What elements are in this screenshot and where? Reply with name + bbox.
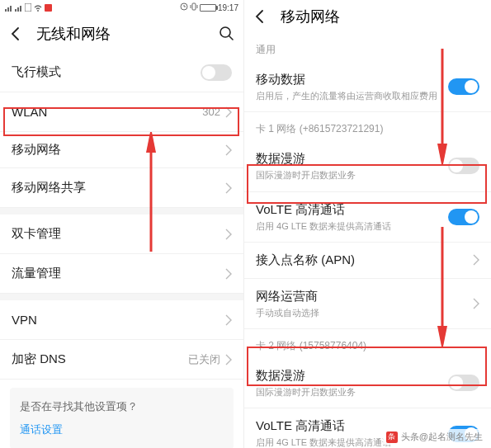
chevron-right-icon bbox=[473, 298, 479, 309]
page-title-right: 移动网络 bbox=[281, 7, 483, 26]
toggle-airplane[interactable] bbox=[201, 64, 232, 81]
signal-icon-1 bbox=[5, 4, 13, 12]
header-wireless: 无线和网络 bbox=[0, 15, 243, 53]
info-card: 是否在寻找其他设置项？ 通话设置 bbox=[10, 388, 234, 448]
toggle-roaming-1[interactable] bbox=[448, 158, 479, 174]
row-dns[interactable]: 加密 DNS 已关闭 bbox=[0, 340, 243, 380]
back-icon[interactable] bbox=[8, 26, 25, 42]
row-roaming-2[interactable]: 数据漫游 国际漫游时开启数据业务 bbox=[244, 358, 491, 408]
watermark-logo-icon: 条 bbox=[386, 431, 398, 443]
row-wlan[interactable]: WLAN 302 bbox=[0, 92, 243, 132]
page-title-left: 无线和网络 bbox=[36, 24, 207, 44]
chevron-right-icon bbox=[225, 268, 232, 280]
section-sim1: 卡 1 网络 (+8615723721291) bbox=[244, 112, 491, 141]
toggle-mobile-data[interactable] bbox=[448, 78, 479, 95]
header-mobile-net: 移动网络 bbox=[244, 0, 491, 33]
label-vpn: VPN bbox=[12, 313, 225, 327]
row-vpn[interactable]: VPN bbox=[0, 300, 243, 340]
wifi-icon bbox=[33, 4, 43, 12]
label-dual-sim: 双卡管理 bbox=[12, 226, 225, 242]
battery-icon bbox=[200, 4, 216, 12]
svg-point-4 bbox=[220, 27, 230, 37]
chevron-right-icon bbox=[225, 106, 232, 118]
label-carrier: 网络运营商 bbox=[256, 289, 473, 304]
row-mobile-network[interactable]: 移动网络 bbox=[0, 132, 243, 168]
label-roaming: 数据漫游 bbox=[256, 151, 448, 167]
row-roaming-1[interactable]: 数据漫游 国际漫游时开启数据业务 bbox=[244, 141, 491, 191]
row-carrier-1[interactable]: 网络运营商 手动或自动选择 bbox=[244, 279, 491, 329]
toggle-roaming-2[interactable] bbox=[448, 375, 479, 391]
watermark-text: 头条@起名测名先生 bbox=[401, 431, 483, 443]
alarm-icon bbox=[180, 2, 188, 12]
row-tethering[interactable]: 移动网络共享 bbox=[0, 168, 243, 208]
sub-roaming: 国际漫游时开启数据业务 bbox=[256, 169, 448, 181]
status-bar: 19:17 bbox=[0, 0, 243, 15]
svg-rect-0 bbox=[25, 3, 31, 12]
watermark: 条 头条@起名测名先生 bbox=[383, 429, 486, 445]
svg-point-1 bbox=[37, 10, 39, 12]
panel-wireless-networks: 19:17 无线和网络 飞行模式 WLAN 302 移动网络 移动网络共享 bbox=[0, 0, 244, 448]
vibrate-icon bbox=[190, 2, 198, 12]
chevron-right-icon bbox=[225, 144, 232, 156]
rec-icon bbox=[45, 4, 52, 12]
label-airplane: 飞行模式 bbox=[12, 64, 201, 80]
label-mobile-data: 移动数据 bbox=[256, 72, 448, 87]
label-dns: 加密 DNS bbox=[12, 351, 188, 367]
label-volte: VoLTE 高清通话 bbox=[256, 202, 448, 218]
section-general: 通用 bbox=[244, 33, 491, 62]
label-mobile-net: 移动网络 bbox=[12, 142, 225, 158]
signal-icon-2 bbox=[15, 4, 23, 12]
label-wlan: WLAN bbox=[12, 105, 202, 119]
row-airplane-mode[interactable]: 飞行模式 bbox=[0, 53, 243, 92]
chevron-right-icon bbox=[225, 354, 232, 365]
value-wlan: 302 bbox=[202, 106, 220, 118]
toggle-volte-1[interactable] bbox=[448, 209, 479, 225]
chevron-right-icon bbox=[225, 314, 232, 326]
label-apn: 接入点名称 (APN) bbox=[256, 252, 473, 268]
sub-carrier: 手动或自动选择 bbox=[256, 307, 473, 318]
sub-volte: 启用 4G LTE 数据来提供高清通话 bbox=[256, 220, 448, 232]
panel-mobile-network: 移动网络 通用 移动数据 启用后，产生的流量将由运营商收取相应费用 卡 1 网络… bbox=[244, 0, 491, 448]
sub-roaming2: 国际漫游时开启数据业务 bbox=[256, 386, 448, 398]
chevron-right-icon bbox=[473, 254, 479, 266]
search-icon[interactable] bbox=[219, 26, 235, 42]
svg-rect-3 bbox=[192, 3, 196, 10]
row-traffic[interactable]: 流量管理 bbox=[0, 254, 243, 294]
sub-mobile-data: 启用后，产生的流量将由运营商收取相应费用 bbox=[256, 90, 448, 101]
label-traffic: 流量管理 bbox=[12, 266, 225, 281]
info-card-link[interactable]: 通话设置 bbox=[20, 422, 224, 437]
row-mobile-data[interactable]: 移动数据 启用后，产生的流量将由运营商收取相应费用 bbox=[244, 62, 491, 112]
value-dns: 已关闭 bbox=[188, 352, 220, 367]
status-time: 19:17 bbox=[218, 3, 238, 12]
back-icon[interactable] bbox=[253, 8, 269, 25]
chevron-right-icon bbox=[225, 182, 232, 194]
label-roaming2: 数据漫游 bbox=[256, 368, 448, 384]
section-sim2: 卡 2 网络 (15758776404) bbox=[244, 329, 491, 358]
row-volte-1[interactable]: VoLTE 高清通话 启用 4G LTE 数据来提供高清通话 bbox=[244, 192, 491, 243]
row-dual-sim[interactable]: 双卡管理 bbox=[0, 215, 243, 254]
label-tethering: 移动网络共享 bbox=[12, 180, 225, 196]
chevron-right-icon bbox=[225, 229, 232, 240]
sim-icon bbox=[25, 3, 31, 12]
info-card-title: 是否在寻找其他设置项？ bbox=[20, 399, 224, 414]
row-apn-1[interactable]: 接入点名称 (APN) bbox=[244, 243, 491, 279]
